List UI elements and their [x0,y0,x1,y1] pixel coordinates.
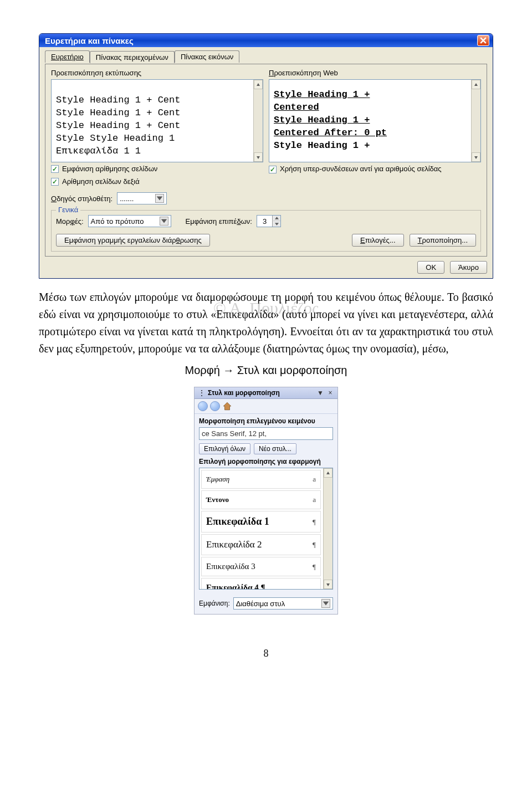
style-glyph: a [313,495,316,504]
tab-leader-combo[interactable]: ....... [117,192,167,204]
formats-label: Μορφές: [56,217,84,226]
levels-label: Εμφάνιση επιπέδων: [186,217,252,226]
task-pane-title: Στυλ και μορφοποίηση [208,389,314,397]
right-align-page-numbers-label: Αρίθμηση σελίδων δεξιά [62,177,140,186]
tab-leader-label: Οδηγός στηλοθέτη: [51,194,112,203]
style-listbox[interactable]: ΈμφασηaΈντονοaΕπικεφαλίδα 1¶Επικεφαλίδα … [199,468,333,590]
chevron-right-icon: ⋮ [198,389,206,397]
general-group: Γενικά Μορφές: Από το πρότυπο Εμφάνιση ε… [51,210,481,252]
tab-toc[interactable]: Πίνακας περιεχομένων [90,51,175,63]
print-preview-box: Style Heading 1 + Cent Style Heading 1 +… [51,79,263,162]
forward-icon[interactable] [210,401,220,411]
selected-formatting-label: Μορφοποίηση επιλεγμένου κειμένου [199,417,333,425]
style-glyph: ¶ [313,540,316,549]
page-number: 8 [39,648,493,659]
ok-button[interactable]: OK [417,261,444,274]
show-combo[interactable]: Διαθέσιμα στυλ [233,597,333,610]
scroll-down-icon[interactable] [254,152,263,162]
tab-tof[interactable]: Πίνακας εικόνων [175,50,239,63]
scroll-up-icon[interactable] [472,80,480,89]
cancel-button[interactable]: Άκυρο [450,261,487,274]
scroll-down-icon[interactable] [324,580,332,589]
style-list-item[interactable]: Επικεφαλίδα 4 ¶ [201,578,321,590]
style-list-item[interactable]: Επικεφαλίδα 2¶ [201,534,321,555]
new-style-button[interactable]: Νέο στυλ... [254,443,296,454]
style-list-item[interactable]: Έμφασηa [201,470,321,489]
styles-task-pane: ⋮ Στυλ και μορφοποίηση ▼ × Μορφοποίηση ε… [194,387,338,615]
style-name: Επικεφαλίδα 3 [206,562,255,571]
current-style-display[interactable]: ce Sans Serif, 12 pt, [199,427,333,440]
tab-row: Ευρετήριο Πίνακας περιεχομένων Πίνακας ε… [45,50,487,63]
body-paragraph: Μέσω των επιλογών μπορούμε να διαμορφώσο… [39,289,493,357]
hyperlinks-checkbox[interactable] [269,166,277,173]
style-name: Επικεφαλίδα 4 ¶ [206,583,265,590]
style-glyph: a [313,475,316,484]
print-preview-scrollbar[interactable] [253,80,263,162]
show-label: Εμφάνιση: [199,600,230,607]
spin-down-icon[interactable] [272,221,280,227]
modify-button[interactable]: Τροποποίηση... [410,234,476,247]
formats-combo[interactable]: Από το πρότυπο [88,215,171,227]
scroll-up-icon[interactable] [324,468,332,478]
menu-path-text: Μορφή → Στυλ και μορφοποίηση [39,364,493,377]
web-preview-box: Style Heading 1 + Centered Style Heading… [269,79,481,162]
chevron-down-icon [160,217,168,226]
select-all-button[interactable]: Επιλογή όλων [199,443,250,454]
close-icon[interactable] [477,35,489,46]
toc-dialog: Ευρετήρια και πίνακες Ευρετήριο Πίνακας … [39,33,493,279]
style-list-item[interactable]: Επικεφαλίδα 3¶ [201,557,321,576]
outline-toolbar-button[interactable]: Εμφάνιση γραμμής εργαλείων διάρθρωσης [56,234,210,247]
back-icon[interactable] [198,401,208,411]
show-page-numbers-label: Εμφάνιση αρίθμησης σελίδων [62,165,157,173]
style-name: Επικεφαλίδα 1 [206,516,269,528]
style-name: Έμφαση [206,475,229,484]
style-glyph: ¶ [313,518,316,526]
chevron-down-icon[interactable]: ▼ [316,389,324,397]
web-preview-scrollbar[interactable] [471,80,480,162]
hyperlinks-label: Χρήση υπερ-συνδέσεων αντί για αριθμούς σ… [280,165,442,173]
close-icon[interactable]: × [326,389,334,397]
tab-index[interactable]: Ευρετήριο [45,50,90,63]
style-glyph: ¶ [313,562,316,571]
chevron-down-icon [321,599,330,608]
scroll-up-icon[interactable] [254,80,263,89]
task-pane-titlebar[interactable]: ⋮ Στυλ και μορφοποίηση ▼ × [195,387,337,399]
chevron-down-icon [155,194,164,203]
style-list-item[interactable]: Επικεφαλίδα 1¶ [201,511,321,532]
levels-spin[interactable]: 3 [257,215,281,227]
style-name: Επικεφαλίδα 2 [206,539,262,550]
show-page-numbers-checkbox[interactable] [51,165,59,173]
general-legend: Γενικά [56,206,80,214]
dialog-title: Ευρετήρια και πίνακες [45,36,477,45]
task-pane-toolbar [195,399,337,414]
styles-scrollbar[interactable] [323,468,332,589]
right-align-page-numbers-checkbox[interactable] [51,178,59,186]
print-preview-label: Προεπισκόπηση εκτύπωσης [51,69,263,77]
options-button[interactable]: Επιλογές... [352,234,403,247]
dialog-title-bar[interactable]: Ευρετήρια και πίνακες [39,34,493,47]
apply-formatting-label: Επιλογή μορφοποίησης για εφαρμογή [199,458,333,465]
scroll-down-icon[interactable] [472,152,480,162]
style-list-item[interactable]: Έντονοa [201,490,321,509]
web-preview-label: Προεπισκόπηση Web [269,69,481,77]
spin-up-icon[interactable] [272,216,280,221]
home-icon[interactable] [222,401,232,411]
style-name: Έντονο [206,495,229,504]
